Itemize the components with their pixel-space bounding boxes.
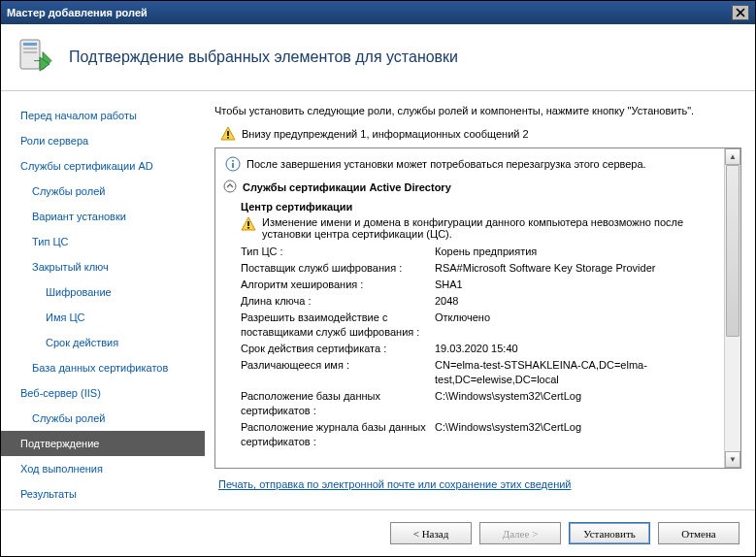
sidebar-item-0[interactable]: Перед началом работы bbox=[1, 103, 205, 128]
sidebar: Перед началом работыРоли сервераСлужбы с… bbox=[1, 91, 205, 509]
scroll-down-button[interactable]: ▼ bbox=[725, 451, 740, 468]
kv-value: Отключено bbox=[435, 311, 723, 340]
kv-row-0: Тип ЦС :Корень предприятия bbox=[223, 244, 723, 260]
scroll-thumb[interactable] bbox=[726, 165, 740, 337]
svg-rect-5 bbox=[227, 137, 229, 139]
kv-value: CN=elma-test-STSHAKLEINA-CA,DC=elma-test… bbox=[435, 358, 723, 387]
change-warning-text: Изменение имени и домена в конфигурации … bbox=[262, 216, 723, 240]
kv-row-3: Длина ключа :2048 bbox=[223, 293, 723, 310]
sidebar-item-12[interactable]: Службы ролей bbox=[1, 406, 205, 431]
kv-value: SHA1 bbox=[435, 278, 723, 292]
vertical-scrollbar[interactable]: ▲ ▼ bbox=[724, 148, 740, 468]
info-restart-row: После завершения установки может потребо… bbox=[223, 154, 723, 178]
next-button: Далее > bbox=[479, 522, 561, 544]
kv-key: Тип ЦС : bbox=[241, 245, 435, 259]
svg-rect-4 bbox=[227, 131, 229, 136]
svg-rect-11 bbox=[247, 227, 249, 229]
change-warning-row: Изменение имени и домена в конфигурации … bbox=[223, 214, 723, 244]
close-button[interactable] bbox=[732, 5, 749, 20]
titlebar: Мастер добавления ролей bbox=[1, 1, 755, 24]
install-button[interactable]: Установить bbox=[569, 522, 650, 544]
page-title: Подтверждение выбранных элементов для ус… bbox=[69, 49, 458, 66]
svg-rect-8 bbox=[232, 160, 234, 162]
sub-title: Центр сертификации bbox=[223, 197, 723, 214]
kv-value: 19.03.2020 15:40 bbox=[435, 342, 723, 356]
kv-key: Разрешить взаимодействие с поставщиками … bbox=[241, 311, 435, 340]
warning-icon bbox=[220, 126, 236, 142]
sidebar-item-7[interactable]: Шифрование bbox=[1, 279, 205, 305]
scroll-track[interactable] bbox=[725, 165, 740, 451]
svg-rect-7 bbox=[232, 163, 234, 168]
intro-text: Чтобы установить следующие роли, службы … bbox=[214, 101, 741, 124]
sidebar-item-11[interactable]: Веб-сервер (IIS) bbox=[1, 380, 205, 406]
sidebar-item-5[interactable]: Тип ЦС bbox=[1, 229, 205, 254]
cancel-button[interactable]: Отмена bbox=[658, 522, 740, 544]
kv-value: 2048 bbox=[435, 294, 723, 309]
print-link-row: Печать, отправка по электронной почте ил… bbox=[214, 469, 741, 500]
collapse-icon bbox=[223, 180, 239, 195]
footer: < Назад Далее > Установить Отмена bbox=[1, 509, 755, 556]
details-box: После завершения установки может потребо… bbox=[214, 147, 741, 469]
kv-row-4: Разрешить взаимодействие с поставщиками … bbox=[223, 310, 723, 341]
kv-value: RSA#Microsoft Software Key Storage Provi… bbox=[435, 261, 723, 276]
svg-rect-10 bbox=[247, 221, 249, 226]
kv-key: Срок действия сертификата : bbox=[241, 342, 435, 356]
info-icon bbox=[225, 156, 241, 172]
sidebar-item-9[interactable]: Срок действия bbox=[1, 330, 205, 355]
sidebar-item-3[interactable]: Службы ролей bbox=[1, 179, 205, 204]
kv-row-1: Поставщик служб шифрования :RSA#Microsof… bbox=[223, 260, 723, 277]
kv-key: Поставщик служб шифрования : bbox=[241, 261, 435, 276]
main-content: Чтобы установить следующие роли, службы … bbox=[205, 91, 755, 509]
kv-row-8: Расположение журнала базы данных сертифи… bbox=[223, 419, 723, 450]
section-title: Службы сертификации Active Directory bbox=[243, 181, 451, 193]
svg-rect-2 bbox=[23, 48, 37, 49]
kv-key: Алгоритм хеширования : bbox=[241, 278, 435, 292]
svg-rect-3 bbox=[23, 51, 37, 53]
info-restart-text: После завершения установки может потребо… bbox=[247, 158, 646, 170]
kv-key: Различающееся имя : bbox=[241, 358, 435, 387]
sidebar-item-4[interactable]: Вариант установки bbox=[1, 204, 205, 229]
warning-summary-text: Внизу предупреждений 1, информационных с… bbox=[242, 128, 529, 140]
sidebar-item-13[interactable]: Подтверждение bbox=[1, 431, 205, 456]
print-link[interactable]: Печать, отправка по электронной почте ил… bbox=[218, 478, 572, 490]
kv-key: Длина ключа : bbox=[241, 294, 435, 309]
sidebar-item-8[interactable]: Имя ЦС bbox=[1, 305, 205, 330]
window-title: Мастер добавления ролей bbox=[7, 7, 148, 18]
scroll-up-button[interactable]: ▲ bbox=[725, 148, 740, 165]
kv-value: Корень предприятия bbox=[435, 245, 723, 259]
svg-point-9 bbox=[224, 180, 236, 192]
sidebar-item-10[interactable]: База данных сертификатов bbox=[1, 355, 205, 380]
kv-key: Расположение базы данных сертификатов : bbox=[241, 389, 435, 418]
sidebar-item-1[interactable]: Роли сервера bbox=[1, 128, 205, 153]
sidebar-item-14[interactable]: Ход выполнения bbox=[1, 456, 205, 481]
sidebar-item-15[interactable]: Результаты bbox=[1, 481, 205, 507]
wizard-window: Мастер добавления ролей Подтверждение вы… bbox=[0, 0, 756, 557]
kv-row-6: Различающееся имя :CN=elma-test-STSHAKLE… bbox=[223, 357, 723, 388]
kv-row-2: Алгоритм хеширования :SHA1 bbox=[223, 277, 723, 293]
wizard-icon bbox=[16, 38, 55, 77]
warning-summary-row: Внизу предупреждений 1, информационных с… bbox=[214, 124, 741, 147]
sidebar-item-2[interactable]: Службы сертификации AD bbox=[1, 153, 205, 179]
warning-icon bbox=[241, 216, 256, 232]
back-button[interactable]: < Назад bbox=[390, 522, 472, 544]
sidebar-item-6[interactable]: Закрытый ключ bbox=[1, 254, 205, 279]
kv-key: Расположение журнала базы данных сертифи… bbox=[241, 420, 435, 449]
kv-value: C:\Windows\system32\CertLog bbox=[435, 420, 723, 449]
kv-value: C:\Windows\system32\CertLog bbox=[435, 389, 723, 418]
header: Подтверждение выбранных элементов для ус… bbox=[1, 24, 755, 91]
section-header[interactable]: Службы сертификации Active Directory bbox=[223, 178, 723, 197]
svg-rect-1 bbox=[23, 43, 37, 46]
kv-row-7: Расположение базы данных сертификатов :C… bbox=[223, 388, 723, 419]
kv-row-5: Срок действия сертификата :19.03.2020 15… bbox=[223, 341, 723, 357]
